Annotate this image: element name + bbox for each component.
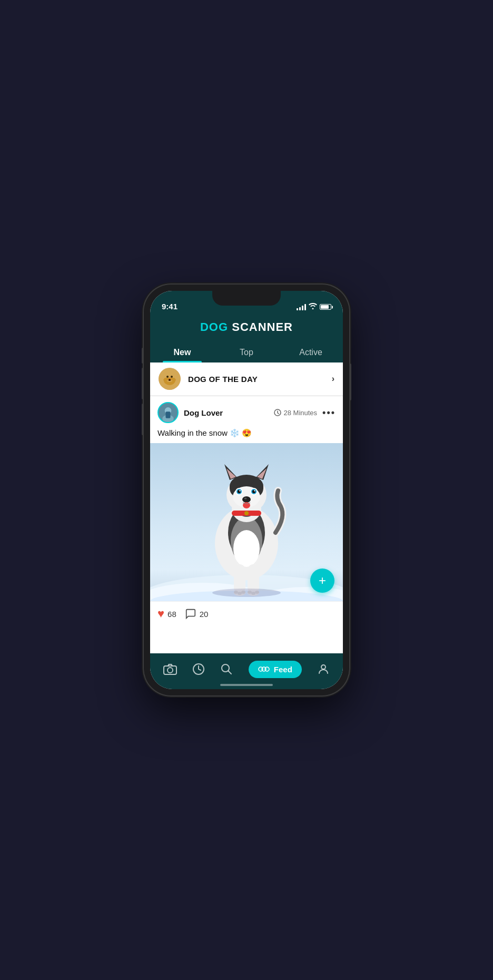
svg-point-41 bbox=[242, 496, 251, 503]
nav-camera[interactable] bbox=[163, 663, 177, 675]
svg-rect-12 bbox=[166, 411, 171, 418]
status-time: 9:41 bbox=[162, 302, 178, 311]
svg-point-57 bbox=[212, 589, 281, 597]
dog-of-day-banner[interactable]: DOG OF THE DAY › bbox=[150, 362, 343, 396]
status-icons bbox=[297, 303, 331, 311]
nav-profile[interactable] bbox=[317, 663, 330, 675]
like-button[interactable]: ♥ 68 bbox=[157, 607, 176, 621]
tab-top[interactable]: Top bbox=[214, 341, 279, 362]
app-title-scanner: SCANNER bbox=[228, 320, 293, 334]
history-icon bbox=[192, 663, 205, 675]
husky-dog bbox=[189, 448, 304, 596]
post-actions: ♥ 68 20 bbox=[150, 601, 343, 626]
likes-count: 68 bbox=[167, 610, 176, 619]
phone-screen: 9:41 bbox=[150, 291, 343, 689]
wifi-icon bbox=[309, 303, 317, 311]
profile-icon bbox=[317, 663, 330, 675]
nav-feed-button[interactable]: Feed bbox=[249, 661, 302, 678]
app-title: DOG SCANNER bbox=[200, 320, 293, 334]
svg-point-65 bbox=[321, 665, 326, 669]
fab-plus-icon: + bbox=[319, 574, 326, 587]
svg-point-40 bbox=[254, 490, 255, 491]
notch bbox=[212, 291, 281, 306]
tab-active[interactable]: Active bbox=[279, 341, 343, 362]
post-more-button[interactable]: ••• bbox=[322, 407, 336, 418]
volume-down-button bbox=[142, 404, 144, 435]
post-username: Dog Lover bbox=[184, 408, 274, 417]
svg-point-39 bbox=[239, 490, 240, 491]
nav-search[interactable] bbox=[220, 663, 233, 675]
app-header: DOG SCANNER bbox=[150, 314, 343, 341]
home-indicator bbox=[220, 684, 273, 686]
app-title-dog: DOG bbox=[200, 320, 228, 334]
phone-frame: 9:41 bbox=[144, 285, 349, 695]
dog-of-day-label: DOG OF THE DAY bbox=[188, 375, 258, 384]
chevron-right-icon: › bbox=[332, 374, 334, 384]
svg-point-6 bbox=[169, 379, 171, 381]
svg-point-3 bbox=[166, 376, 169, 378]
comments-count: 20 bbox=[200, 610, 209, 619]
comment-icon bbox=[185, 608, 196, 620]
comment-button[interactable]: 20 bbox=[185, 608, 209, 620]
content-area: DOG OF THE DAY › Dog bbox=[150, 362, 343, 653]
clock-icon bbox=[274, 409, 281, 416]
svg-point-4 bbox=[171, 376, 173, 378]
post-image: + bbox=[150, 443, 343, 601]
nav-feed-label: Feed bbox=[274, 665, 292, 674]
camera-icon bbox=[163, 663, 177, 675]
post-header: Dog Lover 28 Minutes ••• bbox=[150, 397, 343, 428]
power-button bbox=[349, 364, 351, 400]
search-icon bbox=[220, 663, 233, 675]
post-time: 28 Minutes bbox=[274, 409, 318, 417]
signal-icon bbox=[297, 304, 306, 310]
fab-add-button[interactable]: + bbox=[310, 569, 334, 593]
post-avatar bbox=[157, 402, 179, 423]
heart-icon: ♥ bbox=[157, 607, 164, 621]
side-buttons bbox=[142, 348, 144, 435]
dog-shadow bbox=[210, 586, 283, 597]
svg-point-59 bbox=[167, 668, 173, 673]
svg-point-42 bbox=[244, 498, 247, 499]
tab-new[interactable]: New bbox=[150, 341, 214, 362]
post-caption: Walking in the snow ❄️ 😍 bbox=[150, 428, 343, 443]
mute-button bbox=[142, 348, 144, 364]
battery-icon bbox=[320, 304, 331, 310]
nav-history[interactable] bbox=[192, 663, 205, 675]
svg-point-46 bbox=[244, 511, 249, 515]
post-card: Dog Lover 28 Minutes ••• Walking in the … bbox=[150, 397, 343, 653]
dog-of-day-avatar bbox=[159, 368, 181, 390]
tabs-bar: New Top Active bbox=[150, 341, 343, 362]
feed-icon bbox=[258, 665, 270, 673]
svg-point-64 bbox=[265, 667, 269, 671]
volume-up-button bbox=[142, 368, 144, 399]
svg-point-21 bbox=[233, 530, 260, 567]
